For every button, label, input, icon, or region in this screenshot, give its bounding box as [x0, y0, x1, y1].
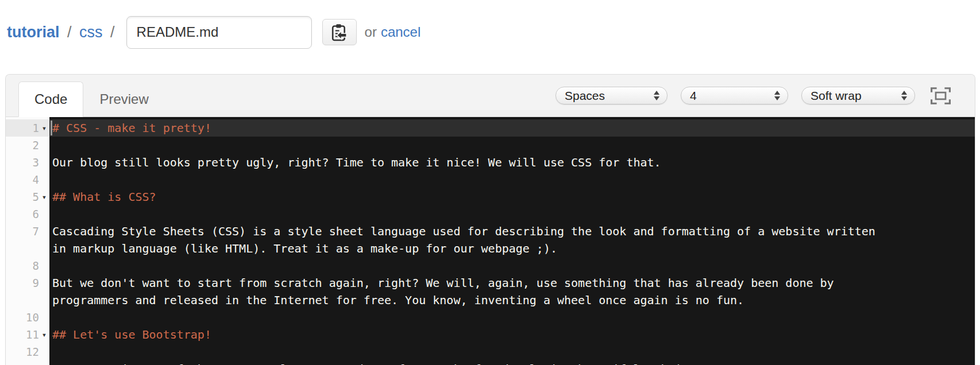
line-text[interactable]: ## Let's use Bootstrap!	[49, 326, 975, 343]
line-text[interactable]: Our blog still looks pretty ugly, right?…	[49, 154, 975, 171]
gutter-cell: 8	[6, 257, 49, 274]
indent-mode-select[interactable]: Spaces	[555, 87, 668, 104]
wrap-mode-select[interactable]: Soft wrap	[801, 87, 915, 104]
editor-line: 6	[6, 205, 975, 223]
editor-line: 12	[6, 343, 975, 360]
gutter-cell: 4	[6, 171, 49, 188]
editor-line: 13Bootstrap is one of the most popular H…	[6, 360, 975, 365]
file-editor-container: CodePreview Spaces4Soft wrap 1▾# CSS - m…	[5, 74, 975, 365]
line-number: 2	[33, 137, 39, 154]
up-down-arrows-icon	[654, 91, 659, 100]
line-number: 8	[33, 257, 39, 274]
line-text[interactable]: ## What is CSS?	[49, 188, 975, 205]
line-number: 10	[26, 309, 39, 326]
line-text[interactable]	[49, 257, 975, 274]
fold-arrow-icon[interactable]: ▾	[39, 119, 49, 137]
fold-spacer	[39, 274, 49, 309]
editor-line: 11▾## Let's use Bootstrap!	[6, 326, 975, 343]
line-text[interactable]	[49, 343, 975, 360]
line-number: 13	[26, 360, 39, 365]
editor-line: 10	[6, 309, 975, 326]
line-text[interactable]	[49, 205, 975, 223]
indent-mode-value: Spaces	[565, 89, 605, 103]
gutter-cell: 7	[6, 223, 49, 257]
editor-lines: 1▾# CSS - make it pretty!23Our blog stil…	[6, 119, 975, 365]
fold-spacer	[39, 343, 49, 360]
breadcrumb-separator: /	[107, 24, 118, 41]
line-number: 3	[33, 154, 39, 171]
gutter-cell: 3	[6, 154, 49, 171]
line-text[interactable]: Cascading Style Sheets (CSS) is a style …	[49, 223, 975, 257]
fold-spacer	[39, 205, 49, 223]
line-text[interactable]: But we don't want to start from scratch …	[49, 274, 975, 309]
fold-spacer	[39, 257, 49, 274]
line-number: 12	[26, 343, 39, 360]
cancel-link[interactable]: cancel	[381, 24, 420, 40]
line-number: 6	[33, 205, 39, 223]
indent-size-select[interactable]: 4	[681, 87, 788, 104]
gutter-cell: 13	[6, 360, 49, 365]
filename-input[interactable]	[126, 16, 312, 49]
fold-arrow-icon[interactable]: ▾	[39, 326, 49, 343]
tab-code[interactable]: Code	[18, 81, 83, 117]
gutter-cell: 12	[6, 343, 49, 360]
line-number: 1	[33, 119, 39, 137]
up-down-arrows-icon	[901, 91, 907, 100]
fold-spacer	[39, 223, 49, 257]
gutter-cell: 6	[6, 205, 49, 223]
clipboard-arrow-icon	[331, 24, 347, 41]
paste-filename-button[interactable]	[322, 19, 357, 45]
editor-tab-bar: CodePreview Spaces4Soft wrap	[6, 75, 975, 117]
fold-spacer	[39, 171, 49, 188]
line-number: 11	[26, 326, 39, 343]
fold-spacer	[39, 309, 49, 326]
editor-line: 8	[6, 257, 975, 274]
line-text[interactable]: # CSS - make it pretty!	[49, 119, 975, 137]
gutter-cell: 5▾	[6, 188, 49, 205]
indent-size-value: 4	[690, 89, 697, 103]
text-cursor	[51, 121, 52, 135]
breadcrumb-separator: /	[64, 24, 75, 41]
or-label: or	[365, 24, 377, 40]
breadcrumb-repo-link[interactable]: tutorial	[7, 24, 60, 41]
fullscreen-button[interactable]	[931, 87, 951, 104]
fold-spacer	[39, 360, 49, 365]
fold-spacer	[39, 137, 49, 154]
up-down-arrows-icon	[774, 91, 780, 100]
gutter-cell: 2	[6, 137, 49, 154]
tab-preview[interactable]: Preview	[83, 81, 164, 117]
editor-line: 3Our blog still looks pretty ugly, right…	[6, 154, 975, 171]
line-number: 9	[33, 274, 39, 309]
tab-list: CodePreview	[18, 81, 165, 117]
breadcrumb-folder-link[interactable]: css	[79, 24, 103, 41]
file-header: tutorial / css / or cancel	[0, 0, 980, 64]
gutter-cell: 1▾	[6, 119, 49, 137]
editor-line: 9But we don't want to start from scratch…	[6, 274, 975, 309]
editor-line: 1▾# CSS - make it pretty!	[6, 119, 975, 137]
line-number: 4	[33, 171, 39, 188]
breadcrumb: tutorial / css /	[7, 24, 118, 41]
line-number: 5	[33, 188, 39, 205]
screen-full-icon	[931, 87, 951, 104]
line-number: 7	[33, 223, 39, 257]
line-text[interactable]: Bootstrap is one of the most popular HTM…	[49, 360, 975, 365]
gutter-cell: 10	[6, 309, 49, 326]
editor-line: 7Cascading Style Sheets (CSS) is a style…	[6, 223, 975, 257]
gutter-cell: 11▾	[6, 326, 49, 343]
fold-arrow-icon[interactable]: ▾	[39, 188, 49, 205]
gutter-cell: 9	[6, 274, 49, 309]
line-text[interactable]	[49, 137, 975, 154]
line-text[interactable]	[49, 171, 975, 188]
code-editor[interactable]: 1▾# CSS - make it pretty!23Our blog stil…	[6, 117, 975, 365]
editor-line: 4	[6, 171, 975, 188]
editor-controls: Spaces4Soft wrap	[542, 75, 951, 117]
line-text[interactable]	[49, 309, 975, 326]
editor-line: 2	[6, 137, 975, 154]
wrap-mode-value: Soft wrap	[811, 89, 862, 103]
fold-spacer	[39, 154, 49, 171]
editor-line: 5▾## What is CSS?	[6, 188, 975, 205]
